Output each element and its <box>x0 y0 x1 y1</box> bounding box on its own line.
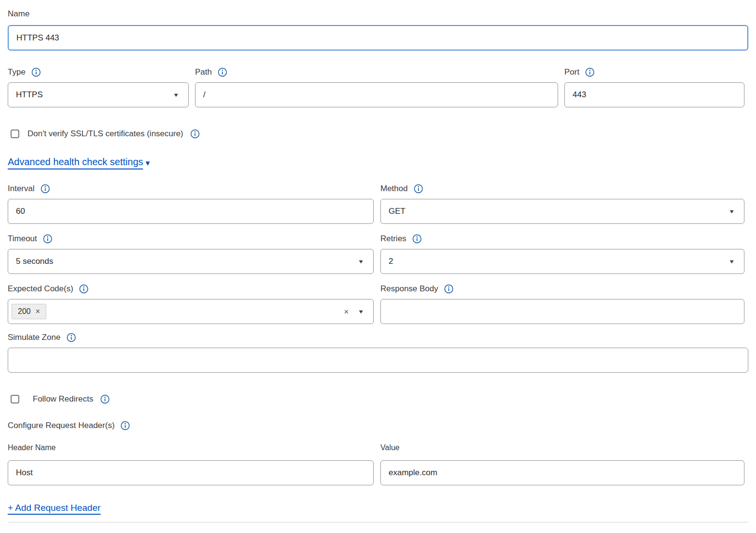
section-divider <box>8 522 748 522</box>
port-input[interactable] <box>564 82 744 107</box>
method-select-value: GET <box>389 207 405 216</box>
follow-redirects-checkbox[interactable] <box>11 395 19 403</box>
advanced-settings-link[interactable]: Advanced health check settings <box>8 156 143 169</box>
type-select-value: HTTPS <box>16 90 43 100</box>
port-label: Port <box>564 67 579 78</box>
name-field-group: Name <box>8 9 748 51</box>
header-value-column-label: Value <box>380 443 744 454</box>
expected-codes-multiselect[interactable]: 200 × × ▼ <box>8 299 374 324</box>
method-select[interactable]: GET ▼ <box>380 199 744 224</box>
add-request-header-link[interactable]: + Add Request Header <box>8 503 101 515</box>
simulate-zone-label: Simulate Zone <box>8 332 61 343</box>
ssl-verify-label: Don't verify SSL/TLS certificates (insec… <box>27 129 183 139</box>
name-input[interactable] <box>8 25 748 51</box>
header-value-field-group: Value <box>380 443 744 485</box>
add-request-header-row: + Add Request Header <box>8 503 748 513</box>
response-body-label: Response Body <box>380 284 438 294</box>
chevron-down-icon: ▼ <box>358 309 365 314</box>
timeout-info-icon[interactable] <box>43 234 52 244</box>
type-select[interactable]: HTTPS ▼ <box>8 82 189 107</box>
interval-input[interactable] <box>8 199 374 224</box>
path-info-icon[interactable] <box>218 67 227 77</box>
path-field-group: Path <box>195 67 558 107</box>
configure-request-headers-label: Configure Request Header(s) <box>8 420 115 431</box>
expected-codes-label: Expected Code(s) <box>8 284 73 294</box>
header-name-input[interactable] <box>8 460 374 485</box>
advanced-settings-toggle[interactable]: Advanced health check settings ▼ <box>8 156 151 169</box>
retries-select-value: 2 <box>389 257 393 266</box>
follow-redirects-label: Follow Redirects <box>33 394 93 404</box>
name-label: Name <box>8 9 29 19</box>
header-name-field-group: Header Name <box>8 443 374 485</box>
timeout-field-group: Timeout 5 seconds ▼ <box>8 234 374 274</box>
type-path-port-row: Type HTTPS ▼ Path Port <box>8 67 748 107</box>
port-info-icon[interactable] <box>585 67 595 77</box>
retries-field-group: Retries 2 ▼ <box>380 234 744 274</box>
caret-down-icon: ▼ <box>144 159 151 167</box>
request-header-row: Header Name Value <box>8 443 748 485</box>
follow-redirects-section: Follow Redirects <box>8 394 748 404</box>
retries-select[interactable]: 2 ▼ <box>380 249 744 274</box>
timeout-select-value: 5 seconds <box>16 257 53 266</box>
expected-codes-info-icon[interactable] <box>79 284 89 294</box>
chevron-down-icon: ▼ <box>358 259 365 264</box>
expected-codes-field-group: Expected Code(s) 200 × × ▼ <box>8 284 374 324</box>
retries-info-icon[interactable] <box>412 234 422 244</box>
advanced-settings-grid: Interval Method GET ▼ Timeout <box>8 183 748 324</box>
method-field-group: Method GET ▼ <box>380 183 744 224</box>
type-label: Type <box>8 67 26 78</box>
path-input[interactable] <box>195 82 558 107</box>
response-body-info-icon[interactable] <box>444 284 454 294</box>
header-value-input[interactable] <box>380 460 744 485</box>
interval-label: Interval <box>8 183 35 194</box>
ssl-checkbox-section: Don't verify SSL/TLS certificates (insec… <box>8 129 748 139</box>
timeout-label: Timeout <box>8 234 37 244</box>
tag-remove-icon[interactable]: × <box>36 308 40 315</box>
request-headers-section-title: Configure Request Header(s) <box>8 420 748 431</box>
retries-label: Retries <box>380 234 406 244</box>
chevron-down-icon: ▼ <box>729 259 735 264</box>
expected-code-tag-value: 200 <box>18 307 31 316</box>
configure-request-headers-info-icon[interactable] <box>120 421 130 430</box>
header-name-column-label: Header Name <box>8 443 374 454</box>
response-body-input[interactable] <box>380 299 744 324</box>
timeout-select[interactable]: 5 seconds ▼ <box>8 249 374 274</box>
type-field-group: Type HTTPS ▼ <box>8 67 189 107</box>
simulate-zone-input[interactable] <box>8 348 748 373</box>
expected-code-tag: 200 × <box>12 304 46 319</box>
follow-redirects-info-icon[interactable] <box>100 394 110 404</box>
interval-field-group: Interval <box>8 183 374 224</box>
response-body-field-group: Response Body <box>380 284 744 324</box>
chevron-down-icon: ▼ <box>729 209 735 214</box>
clear-all-icon[interactable]: × <box>344 308 349 316</box>
path-label: Path <box>195 67 212 78</box>
interval-info-icon[interactable] <box>40 184 50 194</box>
type-info-icon[interactable] <box>31 67 41 77</box>
method-info-icon[interactable] <box>414 184 423 194</box>
ssl-verify-checkbox[interactable] <box>11 130 19 138</box>
ssl-verify-info-icon[interactable] <box>190 129 200 139</box>
method-label: Method <box>380 183 408 194</box>
simulate-zone-info-icon[interactable] <box>66 333 76 342</box>
port-field-group: Port <box>564 67 744 107</box>
simulate-zone-field-group: Simulate Zone <box>8 332 748 373</box>
chevron-down-icon: ▼ <box>173 92 180 98</box>
